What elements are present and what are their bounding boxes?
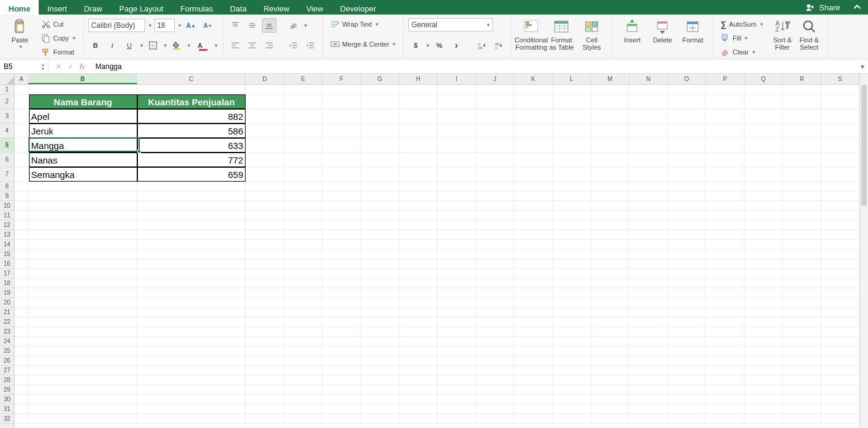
chevron-down-icon[interactable]: ▾	[149, 22, 152, 28]
row-header-3[interactable]: 3	[0, 109, 14, 123]
column-header-I[interactable]: I	[437, 74, 475, 84]
cell-G21[interactable]	[361, 308, 399, 317]
cell-H29[interactable]	[399, 385, 437, 395]
cell-H3[interactable]	[399, 109, 437, 123]
cell-D30[interactable]	[246, 395, 284, 404]
cell-P15[interactable]	[706, 249, 744, 259]
cell-N22[interactable]	[629, 317, 667, 327]
cell-B30[interactable]	[29, 395, 137, 404]
chevron-down-icon[interactable]: ▾	[188, 42, 191, 48]
cell-K26[interactable]	[514, 356, 552, 366]
cell-H14[interactable]	[399, 240, 437, 249]
cell-I1[interactable]	[437, 85, 475, 94]
cell-B32[interactable]	[29, 414, 137, 424]
cell-R21[interactable]	[783, 308, 821, 317]
cell-B14[interactable]	[29, 240, 137, 249]
cell-C6[interactable]: 772	[137, 153, 246, 167]
cell-J24[interactable]	[476, 337, 514, 346]
cell-M8[interactable]	[591, 182, 629, 191]
cell-D25[interactable]	[246, 346, 284, 356]
cell-S17[interactable]	[821, 269, 860, 278]
cell-M30[interactable]	[591, 395, 629, 404]
cell-P22[interactable]	[706, 317, 744, 327]
cell-E20[interactable]	[284, 298, 322, 308]
cell-L27[interactable]	[553, 366, 591, 375]
cell-R31[interactable]	[783, 404, 821, 414]
cell-C22[interactable]	[137, 317, 246, 327]
cell-K4[interactable]	[514, 123, 552, 138]
cell-H31[interactable]	[399, 404, 437, 414]
cell-N30[interactable]	[629, 395, 667, 404]
cell-O18[interactable]	[668, 278, 706, 288]
cell-P5[interactable]	[706, 138, 744, 153]
cell-L13[interactable]	[553, 230, 591, 240]
expand-formula-bar-button[interactable]: ▾	[857, 62, 868, 71]
cell-F2[interactable]	[322, 94, 361, 109]
cell-O29[interactable]	[668, 385, 706, 395]
cell-E22[interactable]	[284, 317, 322, 327]
cell-F3[interactable]	[322, 109, 361, 123]
cell-A17[interactable]	[15, 269, 29, 278]
column-header-S[interactable]: S	[821, 74, 860, 84]
cell-P28[interactable]	[706, 375, 744, 385]
percent-button[interactable]: %	[432, 38, 446, 53]
cell-G11[interactable]	[361, 211, 399, 220]
cell-M14[interactable]	[591, 240, 629, 249]
cell-M22[interactable]	[591, 317, 629, 327]
cell-F7[interactable]	[322, 167, 361, 182]
cell-B10[interactable]	[29, 201, 137, 211]
cell-R14[interactable]	[783, 240, 821, 249]
format-as-table-button[interactable]: Formatas Table	[546, 17, 576, 51]
cell-C18[interactable]	[137, 278, 246, 288]
cell-K7[interactable]	[514, 167, 552, 182]
cell-N21[interactable]	[629, 308, 667, 317]
row-header-10[interactable]: 10	[0, 201, 14, 211]
cell-K8[interactable]	[514, 182, 552, 191]
cell-G26[interactable]	[361, 356, 399, 366]
cell-G25[interactable]	[361, 346, 399, 356]
cell-L6[interactable]	[553, 153, 591, 167]
row-header-16[interactable]: 16	[0, 259, 14, 269]
cell-E9[interactable]	[284, 191, 322, 201]
cell-L25[interactable]	[553, 346, 591, 356]
row-header-27[interactable]: 27	[0, 366, 14, 375]
cell-P14[interactable]	[706, 240, 744, 249]
cell-R18[interactable]	[783, 278, 821, 288]
cell-M18[interactable]	[591, 278, 629, 288]
sort-filter-button[interactable]: AZ Sort &Filter	[769, 17, 796, 51]
cell-Q19[interactable]	[745, 288, 783, 298]
cell-D13[interactable]	[246, 230, 284, 240]
cell-D32[interactable]	[246, 414, 284, 424]
cell-F21[interactable]	[322, 308, 361, 317]
delete-cells-button[interactable]: Delete	[647, 17, 677, 44]
cell-H1[interactable]	[399, 85, 437, 94]
cell-B22[interactable]	[29, 317, 137, 327]
cell-R12[interactable]	[783, 220, 821, 230]
cell-E5[interactable]	[284, 138, 322, 153]
cell-E3[interactable]	[284, 109, 322, 123]
cell-K12[interactable]	[514, 220, 552, 230]
cell-J13[interactable]	[476, 230, 514, 240]
cell-A15[interactable]	[15, 249, 29, 259]
tab-developer[interactable]: Developer	[331, 0, 384, 15]
cell-A2[interactable]	[15, 94, 29, 109]
cell-G22[interactable]	[361, 317, 399, 327]
row-header-15[interactable]: 15	[0, 249, 14, 259]
cell-I3[interactable]	[437, 109, 475, 123]
column-header-H[interactable]: H	[399, 74, 437, 84]
cell-Q2[interactable]	[745, 94, 783, 109]
cell-H28[interactable]	[399, 375, 437, 385]
cell-F17[interactable]	[322, 269, 361, 278]
cell-N28[interactable]	[629, 375, 667, 385]
cell-J21[interactable]	[476, 308, 514, 317]
cell-H18[interactable]	[399, 278, 437, 288]
cell-H25[interactable]	[399, 346, 437, 356]
cell-G6[interactable]	[361, 153, 399, 167]
cell-Q28[interactable]	[745, 375, 783, 385]
cell-B8[interactable]	[29, 182, 137, 191]
orientation-button[interactable]: ab	[286, 18, 301, 33]
cell-E29[interactable]	[284, 385, 322, 395]
cell-I30[interactable]	[437, 395, 475, 404]
cell-B3[interactable]: Apel	[29, 109, 137, 123]
cell-C32[interactable]	[137, 414, 246, 424]
